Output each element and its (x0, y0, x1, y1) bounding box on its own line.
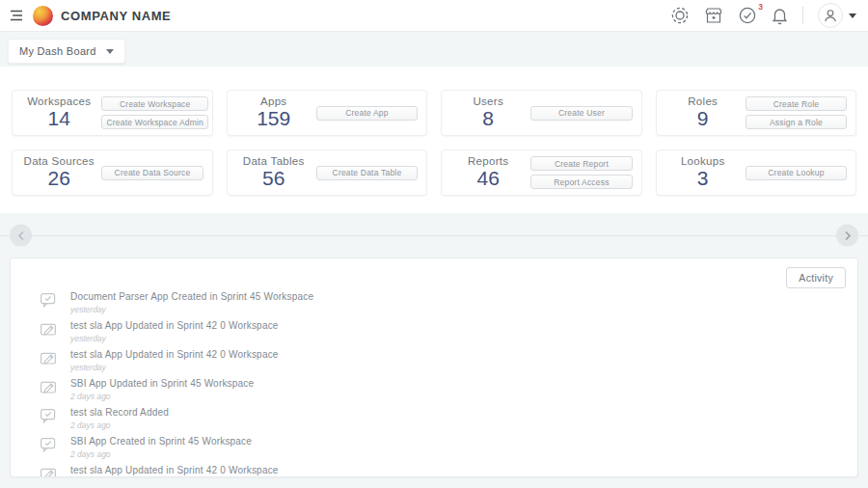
activity-item-text: test sla Record Added (70, 407, 169, 419)
activity-panel-header: Activity (11, 258, 857, 289)
card-action-button[interactable]: Assign a Role (746, 115, 847, 129)
notifications-bell-icon[interactable] (772, 7, 788, 25)
card-action-button[interactable]: Create Report (530, 156, 632, 171)
activity-list-item: Document Parser App Created in Sprint 45… (40, 291, 857, 314)
stat-title: Apps (231, 95, 316, 107)
dashboard-selector-row: My Dash Board (0, 32, 868, 67)
stat-title: Roles (661, 95, 746, 107)
activity-item-text: SBI App Updated in Sprint 45 Workspace (70, 378, 254, 390)
activity-list-item: test sla App Updated in Sprint 42 0 Work… (40, 320, 857, 343)
carousel-divider (0, 235, 868, 236)
stat-value: 3 (661, 167, 746, 189)
stat-value: 26 (16, 167, 101, 189)
stat-cards-grid: Workspaces 14 Create WorkspaceCreate Wor… (12, 90, 856, 196)
stat-summary: Workspaces 14 (16, 95, 101, 129)
activity-item-timestamp: 2 days ago (70, 420, 169, 430)
header-divider (802, 7, 803, 24)
stat-card: Data Sources 26 Create Data Source (12, 149, 213, 196)
stat-value: 14 (16, 107, 101, 129)
settings-icon[interactable] (670, 6, 690, 25)
dashboard-selector-caret-icon (106, 49, 114, 54)
stat-card: Apps 159 Create App (227, 90, 428, 136)
stat-card: Data Tables 56 Create Data Table (227, 149, 428, 196)
card-buttons: Create WorkspaceCreate Workspace Admin (101, 96, 211, 129)
record-created-icon (40, 292, 58, 309)
card-action-button[interactable]: Report Access (530, 175, 632, 189)
activity-item-body: SBI App Updated in Sprint 45 Workspace 2… (70, 378, 254, 401)
carousel-next-icon[interactable] (836, 225, 858, 247)
activity-item-timestamp: 2 days ago (70, 392, 254, 401)
record-created-icon (40, 437, 58, 453)
stat-summary: Reports 46 (446, 155, 530, 189)
card-buttons: Create Lookup (746, 166, 850, 180)
company-logo (33, 6, 53, 26)
stat-title: Lookups (661, 155, 746, 167)
stat-card: Lookups 3 Create Lookup (656, 149, 857, 196)
stat-value: 8 (446, 107, 530, 129)
card-buttons: Create RoleAssign a Role (746, 96, 850, 129)
header-actions: 3 (670, 3, 856, 28)
activity-item-timestamp: 2 days ago (70, 449, 252, 459)
activity-button[interactable]: Activity (786, 267, 846, 288)
activity-item-body: test sla App Updated in Sprint 42 0 Work… (70, 320, 279, 343)
stat-card: Workspaces 14 Create WorkspaceCreate Wor… (12, 90, 213, 136)
approvals-icon[interactable]: 3 (738, 6, 757, 25)
app-updated-icon (40, 321, 58, 337)
card-buttons: Create ReportReport Access (530, 156, 635, 189)
card-buttons: Create Data Source (101, 166, 205, 180)
stat-summary: Users 8 (446, 95, 530, 129)
stat-card: Users 8 Create User (441, 90, 642, 136)
stat-value: 9 (661, 107, 746, 129)
card-action-button[interactable]: Create Data Table (316, 166, 418, 180)
carousel-band (0, 213, 868, 258)
hamburger-menu-icon[interactable] (10, 10, 23, 21)
activity-item-timestamp: yesterday (70, 363, 279, 372)
activity-item-timestamp: yesterday (70, 305, 313, 314)
activity-panel: Activity Document Parser App Created in … (10, 258, 858, 477)
stat-summary: Data Sources 26 (16, 155, 101, 189)
activity-item-text: test sla App Updated in Sprint 42 0 Work… (70, 465, 279, 476)
marketplace-icon[interactable] (704, 7, 723, 25)
stat-value: 159 (231, 107, 316, 129)
dashboard-selector[interactable]: My Dash Board (8, 39, 125, 64)
stat-value: 46 (446, 167, 530, 189)
stat-title: Reports (446, 155, 530, 167)
stats-section: Workspaces 14 Create WorkspaceCreate Wor… (0, 67, 868, 213)
activity-list: Document Parser App Created in Sprint 45… (11, 289, 857, 477)
activity-item-body: Document Parser App Created in Sprint 45… (70, 291, 313, 314)
stat-title: Workspaces (16, 95, 101, 107)
stat-title: Data Tables (231, 155, 316, 167)
stat-value: 56 (231, 167, 316, 189)
activity-list-item: test sla Record Added 2 days ago (40, 407, 857, 430)
activity-item-body: test sla Record Added 2 days ago (70, 407, 169, 430)
app-updated-icon (40, 350, 58, 366)
card-buttons: Create App (316, 106, 420, 121)
stat-title: Users (446, 95, 530, 107)
stat-title: Data Sources (16, 155, 101, 167)
activity-list-item: SBI App Created in Sprint 45 Workspace 2… (40, 436, 857, 459)
card-action-button[interactable]: Create App (316, 106, 418, 121)
card-action-button[interactable]: Create Lookup (746, 166, 847, 180)
activity-item-timestamp: yesterday (70, 334, 279, 343)
activity-item-body: test sla App Updated in Sprint 42 0 Work… (70, 349, 279, 372)
user-avatar-icon (818, 3, 843, 28)
approvals-badge: 3 (758, 2, 763, 12)
card-buttons: Create User (530, 106, 635, 121)
card-buttons: Create Data Table (316, 166, 420, 180)
card-action-button[interactable]: Create Workspace (101, 96, 208, 111)
activity-item-text: test sla App Updated in Sprint 42 0 Work… (70, 320, 279, 332)
carousel-prev-icon[interactable] (10, 225, 32, 247)
app-updated-icon (40, 379, 58, 394)
card-action-button[interactable]: Create Workspace Admin (101, 115, 208, 129)
activity-list-item: SBI App Updated in Sprint 45 Workspace 2… (40, 378, 857, 401)
activity-item-body: test sla App Updated in Sprint 42 0 Work… (70, 465, 279, 477)
card-action-button[interactable]: Create Data Source (101, 166, 203, 180)
stat-summary: Apps 159 (231, 95, 316, 129)
company-name: COMPANY NAME (61, 9, 171, 23)
user-menu-caret-icon (849, 14, 856, 18)
card-action-button[interactable]: Create User (530, 106, 632, 121)
card-action-button[interactable]: Create Role (746, 96, 847, 111)
stat-summary: Lookups 3 (661, 155, 746, 189)
dashboard-selector-label: My Dash Board (19, 45, 96, 57)
user-menu[interactable] (818, 3, 856, 28)
